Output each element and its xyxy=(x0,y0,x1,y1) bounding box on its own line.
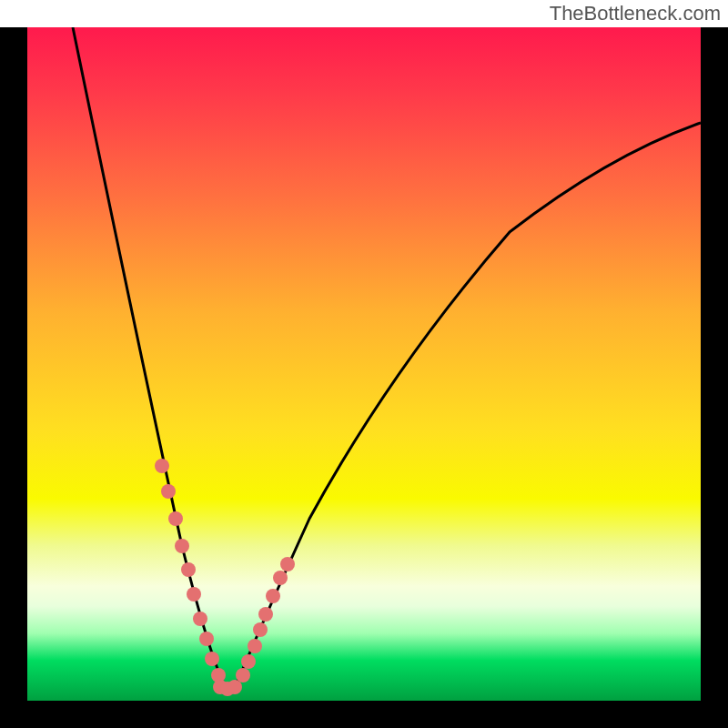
marker-dot xyxy=(205,652,219,666)
marker-dot xyxy=(181,562,196,577)
marker-dot xyxy=(280,557,295,571)
marker-dot xyxy=(248,639,262,653)
right-curve-path xyxy=(235,123,701,688)
marker-dot xyxy=(236,668,250,682)
marker-dot xyxy=(258,607,273,622)
marker-dot xyxy=(187,587,201,602)
marker-dot xyxy=(199,632,214,646)
chart-container: TheBottleneck.com xyxy=(0,0,728,728)
marker-dot xyxy=(228,680,242,694)
marker-dot xyxy=(161,484,176,499)
marker-dot xyxy=(253,622,268,637)
left-curve-path xyxy=(73,27,226,688)
marker-dot xyxy=(241,654,256,669)
marker-dot xyxy=(155,459,169,473)
chart-svg xyxy=(27,27,701,701)
marker-dot xyxy=(193,612,207,626)
marker-dot xyxy=(175,539,189,553)
watermark-text: TheBottleneck.com xyxy=(550,2,721,25)
curve-group xyxy=(73,27,701,690)
marker-group-left xyxy=(155,459,226,682)
header-bar: TheBottleneck.com xyxy=(0,0,728,27)
marker-dot xyxy=(273,571,288,585)
marker-dot xyxy=(266,589,280,603)
marker-dot xyxy=(168,511,183,526)
marker-group-bottom xyxy=(213,680,242,696)
marker-group-right xyxy=(236,557,295,682)
